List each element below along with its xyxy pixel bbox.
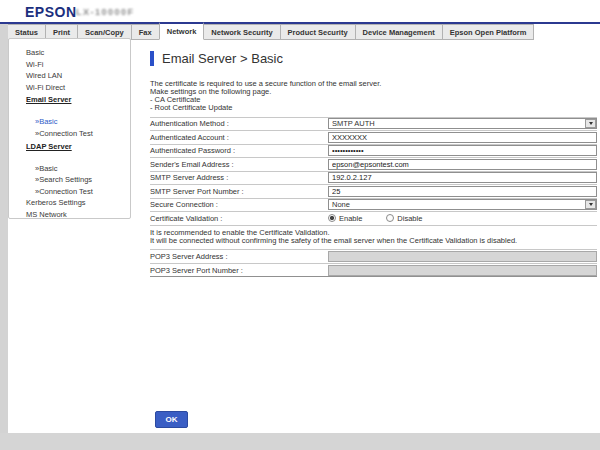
tab-device-management[interactable]: Device Management (355, 24, 443, 40)
form-row-pop3-server-port: POP3 Server Port Number : (150, 264, 597, 278)
sidebar-item-ldap-basic[interactable]: »Basic (9, 163, 130, 175)
secure-connection-value: None (332, 200, 350, 209)
form-row-pop3-server-address: POP3 Server Address : (150, 250, 597, 264)
epson-logo: EPSON (25, 4, 77, 20)
authentication-method-label: Authentication Method : (150, 119, 328, 128)
certificate-validation-note: It is recommended to enable the Certific… (150, 229, 597, 245)
sidebar-item-email-server-connection-test[interactable]: »Connection Test (9, 128, 130, 140)
sender-email-label: Sender's Email Address : (150, 160, 328, 169)
page-title: Email Server > Basic (162, 51, 283, 66)
certificate-validation-enable-radio[interactable] (328, 214, 336, 222)
sidebar-item-kerberos-settings[interactable]: Kerberos Settings (9, 197, 130, 209)
secure-connection-select[interactable]: None (328, 199, 597, 210)
certificate-validation-radio-group: Enable Disable (328, 214, 446, 223)
email-server-form: Authentication Method : SMTP AUTH Authen… (150, 117, 597, 226)
authentication-method-select[interactable]: SMTP AUTH (328, 118, 597, 129)
title-accent-bar (150, 51, 154, 66)
tab-network-security[interactable]: Network Security (203, 24, 280, 40)
authenticated-account-input[interactable] (328, 132, 597, 143)
tab-epson-open-platform[interactable]: Epson Open Platform (442, 24, 535, 40)
intro-line: - Root Certificate Update (150, 104, 597, 112)
app-header: EPSON LX-10000F (0, 0, 600, 22)
sidebar-item-basic[interactable]: Basic (9, 47, 130, 59)
smtp-server-port-input[interactable] (328, 186, 597, 197)
form-row-authenticated-account: Authenticated Account : (150, 131, 597, 145)
main-content: Email Server > Basic The certificate is … (150, 50, 597, 277)
authentication-method-value: SMTP AUTH (332, 119, 375, 128)
authenticated-account-label: Authenticated Account : (150, 133, 328, 142)
enable-radio-label: Enable (339, 214, 362, 223)
smtp-server-address-label: SMTP Server Address : (150, 173, 328, 182)
sidebar-nav: Basic Wi-Fi Wired LAN Wi-Fi Direct Email… (8, 38, 131, 219)
certificate-validation-label: Certificate Validation : (150, 214, 328, 223)
smtp-server-port-label: SMTP Server Port Number : (150, 187, 328, 196)
sidebar-group-email-server[interactable]: Email Server (9, 94, 130, 116)
sidebar-item-ldap-search-settings[interactable]: »Search Settings (9, 174, 130, 186)
form-row-secure-connection: Secure Connection : None (150, 199, 597, 213)
sidebar-item-ldap-connection-test[interactable]: »Connection Test (9, 186, 130, 198)
pop3-form: POP3 Server Address : POP3 Server Port N… (150, 249, 597, 277)
form-row-smtp-server-port: SMTP Server Port Number : (150, 185, 597, 199)
tab-fax[interactable]: Fax (131, 24, 160, 40)
smtp-server-address-input[interactable] (328, 172, 597, 183)
footer-bar (0, 433, 600, 450)
sidebar-item-wifi-direct[interactable]: Wi-Fi Direct (9, 82, 130, 94)
tab-product-security[interactable]: Product Security (280, 24, 356, 40)
ok-button[interactable]: OK (155, 411, 188, 428)
form-row-smtp-server-address: SMTP Server Address : (150, 172, 597, 186)
left-gutter (0, 24, 8, 433)
pop3-server-address-label: POP3 Server Address : (150, 252, 328, 261)
intro-line: Make settings on the following page. (150, 88, 597, 96)
pop3-server-port-input (328, 265, 597, 276)
pop3-server-address-input (328, 251, 597, 262)
sidebar-group-ldap-server[interactable]: LDAP Server (9, 141, 130, 163)
chevron-down-icon[interactable] (585, 200, 596, 209)
form-row-sender-email: Sender's Email Address : (150, 158, 597, 172)
authenticated-password-label: Authenticated Password : (150, 146, 328, 155)
authenticated-password-input[interactable] (328, 145, 597, 156)
sidebar-item-wired-lan[interactable]: Wired LAN (9, 70, 130, 82)
sidebar-item-ms-network[interactable]: MS Network (9, 209, 130, 219)
sender-email-input[interactable] (328, 159, 597, 170)
disable-radio-label: Disable (397, 214, 422, 223)
sidebar-item-wifi[interactable]: Wi-Fi (9, 59, 130, 71)
certificate-validation-disable-radio[interactable] (386, 214, 394, 222)
note-line: It will be connected without confirming … (150, 237, 597, 245)
form-row-authentication-method: Authentication Method : SMTP AUTH (150, 118, 597, 132)
intro-text: The certificate is required to use a sec… (150, 80, 597, 112)
secure-connection-label: Secure Connection : (150, 200, 328, 209)
form-row-authenticated-password: Authenticated Password : (150, 145, 597, 159)
form-row-certificate-validation: Certificate Validation : Enable Disable (150, 212, 597, 226)
pop3-server-port-label: POP3 Server Port Number : (150, 266, 328, 275)
sidebar-item-email-server-basic[interactable]: »Basic (9, 116, 130, 128)
chevron-down-icon[interactable] (585, 119, 596, 128)
printer-model-name: LX-10000F (76, 7, 135, 17)
tab-network[interactable]: Network (159, 22, 205, 40)
